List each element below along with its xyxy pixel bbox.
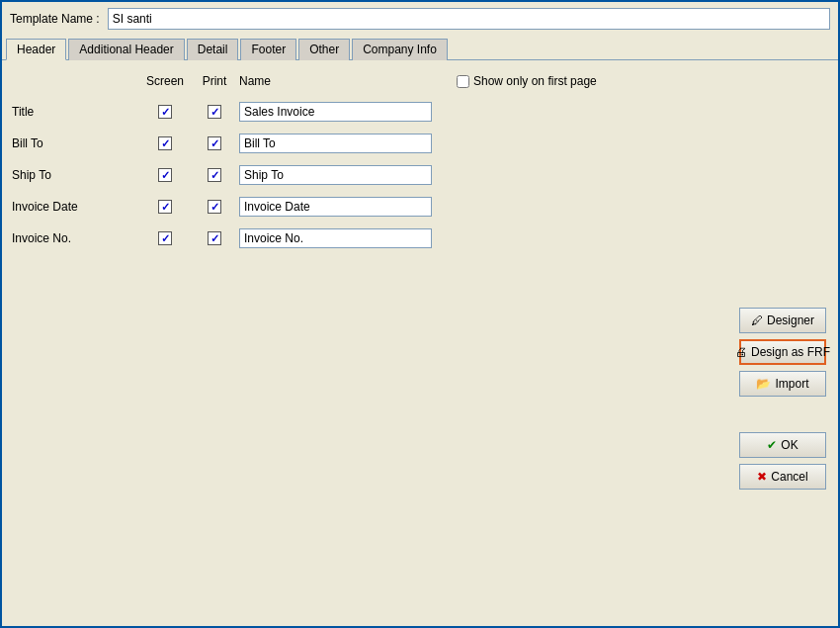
- name-input-bill-to[interactable]: [239, 134, 432, 153]
- print-check-ship-to: [190, 168, 239, 182]
- show-first-page-container: Show only on first page: [457, 74, 597, 88]
- screen-check-bill-to: [140, 136, 190, 150]
- show-first-page-label: Show only on first page: [473, 74, 597, 88]
- ok-button[interactable]: ✔ OK: [739, 432, 826, 458]
- print-checkbox-invoice-date[interactable]: [208, 200, 221, 214]
- col-name-header: Name: [239, 74, 437, 88]
- design-frf-icon: 🖨: [735, 345, 747, 359]
- row-bill-to: Bill To: [12, 128, 729, 159]
- cancel-label: Cancel: [771, 470, 807, 484]
- label-bill-to: Bill To: [12, 136, 140, 150]
- col-print-header: Print: [190, 74, 239, 88]
- screen-checkbox-ship-to[interactable]: [158, 168, 172, 182]
- column-headers: Screen Print Name Show only on first pag…: [12, 70, 729, 96]
- buttons-panel: 🖊 Designer 🖨 Design as FRF 📂 Import ✔ OK…: [739, 70, 828, 616]
- designer-icon: 🖊: [751, 314, 763, 327]
- name-input-invoice-no[interactable]: [239, 228, 432, 248]
- template-name-label: Template Name :: [10, 12, 100, 26]
- label-ship-to: Ship To: [12, 168, 140, 182]
- screen-checkbox-bill-to[interactable]: [158, 136, 172, 150]
- screen-check-title: [140, 105, 190, 119]
- show-first-page-checkbox[interactable]: [457, 75, 469, 88]
- print-checkbox-title[interactable]: [208, 105, 221, 119]
- designer-label: Designer: [767, 314, 814, 327]
- screen-check-ship-to: [140, 168, 190, 182]
- ok-icon: ✔: [767, 438, 777, 452]
- tabs-row: Header Additional Header Detail Footer O…: [2, 36, 838, 60]
- screen-check-invoice-no: [140, 231, 190, 245]
- print-check-title: [190, 105, 239, 119]
- main-dialog: Template Name : Header Additional Header…: [0, 0, 840, 628]
- row-invoice-date: Invoice Date: [12, 191, 729, 223]
- template-name-input[interactable]: [108, 8, 830, 30]
- cancel-button[interactable]: ✖ Cancel: [739, 464, 826, 490]
- print-checkbox-bill-to[interactable]: [208, 136, 221, 150]
- design-frf-label: Design as FRF: [751, 345, 830, 359]
- name-input-invoice-date[interactable]: [239, 197, 432, 217]
- ok-label: OK: [781, 438, 798, 452]
- content-area: Screen Print Name Show only on first pag…: [2, 60, 838, 626]
- designer-button[interactable]: 🖊 Designer: [739, 308, 826, 333]
- tab-other[interactable]: Other: [298, 39, 350, 60]
- name-input-title[interactable]: [239, 102, 432, 122]
- print-checkbox-ship-to[interactable]: [208, 168, 221, 182]
- row-ship-to: Ship To: [12, 159, 729, 191]
- template-name-row: Template Name :: [2, 2, 838, 36]
- design-as-frf-button[interactable]: 🖨 Design as FRF: [739, 339, 826, 365]
- screen-checkbox-invoice-date[interactable]: [158, 200, 172, 214]
- print-check-invoice-date: [190, 200, 239, 214]
- label-invoice-no: Invoice No.: [12, 231, 140, 245]
- row-title: Title: [12, 96, 729, 128]
- screen-check-invoice-date: [140, 200, 190, 214]
- cancel-icon: ✖: [757, 470, 767, 484]
- tab-detail[interactable]: Detail: [187, 39, 239, 60]
- print-checkbox-invoice-no[interactable]: [208, 231, 221, 245]
- import-label: Import: [775, 377, 808, 391]
- import-icon: 📂: [756, 377, 771, 391]
- label-title: Title: [12, 105, 140, 119]
- tab-additional-header[interactable]: Additional Header: [68, 39, 184, 60]
- screen-checkbox-invoice-no[interactable]: [158, 231, 172, 245]
- tab-footer[interactable]: Footer: [240, 39, 296, 60]
- row-invoice-no: Invoice No.: [12, 223, 729, 254]
- print-check-bill-to: [190, 136, 239, 150]
- tab-company-info[interactable]: Company Info: [352, 39, 448, 60]
- import-button[interactable]: 📂 Import: [739, 371, 826, 397]
- print-check-invoice-no: [190, 231, 239, 245]
- tab-header[interactable]: Header: [6, 39, 66, 60]
- main-panel: Screen Print Name Show only on first pag…: [12, 70, 729, 616]
- label-invoice-date: Invoice Date: [12, 200, 140, 214]
- col-screen-header: Screen: [140, 74, 190, 88]
- screen-checkbox-title[interactable]: [158, 105, 172, 119]
- name-input-ship-to[interactable]: [239, 165, 432, 185]
